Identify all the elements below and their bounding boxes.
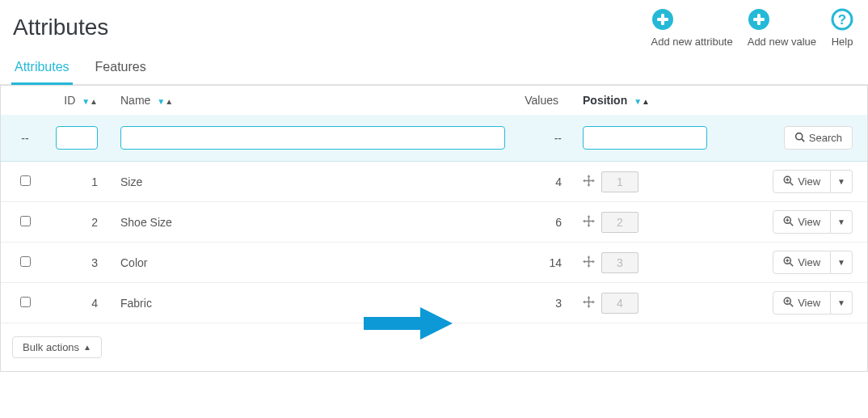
col-header-id[interactable]: ID ▼▲ bbox=[49, 86, 114, 115]
row-values: 4 bbox=[512, 162, 576, 202]
zoom-in-icon bbox=[783, 175, 794, 188]
drag-handle-icon[interactable] bbox=[583, 296, 595, 310]
row-checkbox[interactable] bbox=[20, 216, 31, 226]
attributes-table: ID ▼▲ Name ▼▲ Values Position ▼▲ -- bbox=[1, 86, 867, 323]
tab-bar: Attributes Features bbox=[0, 47, 868, 85]
search-label: Search bbox=[809, 133, 842, 143]
svg-text:?: ? bbox=[838, 12, 846, 27]
svg-line-11 bbox=[790, 183, 794, 186]
svg-point-8 bbox=[795, 133, 802, 140]
caret-down-icon: ▼ bbox=[837, 299, 845, 307]
row-position: 1 bbox=[601, 171, 638, 192]
svg-rect-2 bbox=[657, 18, 668, 21]
view-label: View bbox=[798, 298, 820, 308]
caret-down-icon: ▼ bbox=[837, 178, 845, 186]
toolbar: Add new attribute Add new value ? Help bbox=[651, 8, 853, 48]
row-position: 2 bbox=[601, 212, 638, 233]
row-values: 3 bbox=[512, 283, 576, 323]
plus-circle-icon bbox=[651, 8, 733, 31]
svg-line-23 bbox=[790, 304, 794, 307]
row-checkbox[interactable] bbox=[20, 297, 31, 307]
caret-up-icon: ▲ bbox=[165, 97, 173, 106]
caret-down-icon: ▼ bbox=[634, 97, 642, 106]
svg-marker-27 bbox=[420, 307, 453, 340]
help-button[interactable]: ? Help bbox=[831, 8, 853, 48]
svg-line-9 bbox=[802, 139, 804, 141]
filter-id-input[interactable] bbox=[56, 126, 98, 150]
svg-line-15 bbox=[790, 223, 794, 226]
bulk-actions-button[interactable]: Bulk actions ▲ bbox=[12, 336, 102, 358]
view-button[interactable]: View bbox=[773, 210, 831, 234]
row-id: 1 bbox=[49, 162, 114, 202]
row-values: 14 bbox=[512, 243, 576, 283]
svg-rect-5 bbox=[753, 18, 765, 21]
view-label: View bbox=[798, 176, 820, 187]
view-button[interactable]: View bbox=[773, 170, 831, 193]
row-actions-dropdown[interactable]: ▼ bbox=[831, 291, 853, 315]
help-label: Help bbox=[832, 36, 853, 48]
row-id: 2 bbox=[49, 202, 114, 243]
help-icon: ? bbox=[831, 8, 853, 31]
row-checkbox[interactable] bbox=[20, 256, 31, 267]
row-position: 3 bbox=[601, 252, 638, 273]
svg-line-19 bbox=[790, 264, 794, 267]
table-row: 1Size41View▼ bbox=[1, 162, 867, 202]
view-button[interactable]: View bbox=[773, 251, 831, 274]
col-header-position[interactable]: Position ▼▲ bbox=[576, 86, 714, 115]
search-icon bbox=[794, 132, 805, 144]
add-attribute-label: Add new attribute bbox=[651, 36, 733, 48]
view-label: View bbox=[798, 217, 820, 227]
svg-rect-26 bbox=[364, 317, 420, 330]
add-value-label: Add new value bbox=[748, 36, 816, 48]
row-name: Size bbox=[114, 162, 512, 202]
row-id: 4 bbox=[49, 283, 114, 323]
bulk-actions-label: Bulk actions bbox=[23, 342, 79, 353]
zoom-in-icon bbox=[783, 216, 794, 228]
zoom-in-icon bbox=[783, 297, 794, 309]
zoom-in-icon bbox=[783, 256, 794, 268]
filter-name-input[interactable] bbox=[120, 126, 505, 150]
search-button[interactable]: Search bbox=[784, 126, 853, 150]
add-value-button[interactable]: Add new value bbox=[748, 8, 816, 48]
drag-handle-icon[interactable] bbox=[583, 175, 595, 189]
col-header-values: Values bbox=[512, 86, 576, 115]
row-id: 3 bbox=[49, 243, 114, 283]
filter-position-input[interactable] bbox=[583, 126, 707, 150]
row-name: Shoe Size bbox=[114, 202, 512, 243]
drag-handle-icon[interactable] bbox=[583, 215, 595, 230]
caret-down-icon: ▼ bbox=[82, 97, 90, 106]
plus-circle-icon bbox=[748, 8, 816, 31]
caret-up-icon: ▲ bbox=[90, 97, 98, 106]
caret-up-icon: ▲ bbox=[642, 97, 650, 106]
drag-handle-icon[interactable] bbox=[583, 255, 595, 270]
caret-down-icon: ▼ bbox=[837, 218, 845, 226]
table-row: 2Shoe Size62View▼ bbox=[1, 202, 867, 243]
col-header-name[interactable]: Name ▼▲ bbox=[114, 86, 512, 115]
annotation-arrow bbox=[364, 307, 453, 340]
row-name: Color bbox=[114, 243, 512, 283]
row-actions-dropdown[interactable]: ▼ bbox=[831, 170, 853, 193]
view-label: View bbox=[798, 257, 820, 268]
table-row: 3Color143View▼ bbox=[1, 243, 867, 283]
view-button[interactable]: View bbox=[773, 291, 831, 315]
filter-dash: -- bbox=[512, 115, 576, 162]
tab-features[interactable]: Features bbox=[92, 52, 150, 84]
row-checkbox[interactable] bbox=[20, 175, 31, 186]
caret-up-icon: ▲ bbox=[83, 344, 91, 352]
add-attribute-button[interactable]: Add new attribute bbox=[651, 8, 733, 48]
filter-dash: -- bbox=[1, 115, 49, 162]
row-values: 6 bbox=[512, 202, 576, 243]
caret-down-icon: ▼ bbox=[157, 97, 165, 106]
row-actions-dropdown[interactable]: ▼ bbox=[831, 210, 853, 234]
row-position: 4 bbox=[601, 293, 638, 314]
caret-down-icon: ▼ bbox=[837, 259, 845, 267]
row-actions-dropdown[interactable]: ▼ bbox=[831, 251, 853, 274]
tab-attributes[interactable]: Attributes bbox=[11, 52, 73, 85]
